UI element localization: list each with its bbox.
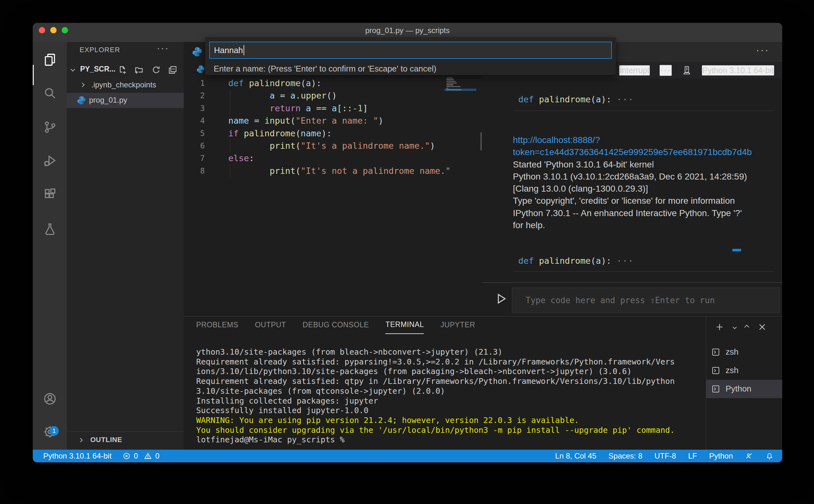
quick-input-value: Hannah <box>214 45 243 55</box>
editor-line[interactable]: 3 return a == a[::-1] <box>184 102 482 115</box>
editor-group-more-actions-icon[interactable]: ··· <box>756 44 770 55</box>
panel-tab-problems[interactable]: PROBLEMS <box>196 320 238 334</box>
terminal-output[interactable]: ython3.10/site-packages (from bleach->nb… <box>196 347 705 445</box>
explorer-sidebar: EXPLORER ··· PY_SCR... <box>67 42 184 450</box>
code-cell[interactable]: def palindrome(a): ··· <box>518 94 634 104</box>
panel-tab-jupyter[interactable]: JUPYTER <box>441 320 475 334</box>
terminal-dropdown-icon[interactable] <box>733 326 736 329</box>
encoding-setting[interactable]: UTF-8 <box>654 452 676 460</box>
terminal-instance-python[interactable]: Python <box>706 380 782 398</box>
maximize-panel-icon[interactable] <box>745 325 749 329</box>
collapse-all-icon[interactable] <box>168 64 179 76</box>
tree-item-label: prog_01.py <box>89 96 127 105</box>
settings-badge: 1 <box>49 426 59 436</box>
extensions-icon[interactable] <box>33 181 67 209</box>
code-editor[interactable]: 1def palindrome(a):2 a = a.upper()3 retu… <box>184 76 482 316</box>
language-mode[interactable]: Python <box>709 452 733 460</box>
terminal-line: lotfinejad@Ms-iMac py_scripts % <box>196 435 705 445</box>
line-number: 2 <box>184 89 213 102</box>
line-number: 8 <box>184 165 213 177</box>
editor-line[interactable]: 5if palindrome(name): <box>184 127 482 140</box>
outline-section[interactable]: OUTLINE <box>67 431 184 450</box>
minimap-line <box>447 78 453 78</box>
minimap-line <box>447 79 454 80</box>
editor-line[interactable]: 8 print("It's not a palindrome name." <box>184 165 482 177</box>
editor-line[interactable]: 2 a = a.upper() <box>184 89 482 102</box>
explorer-section-header[interactable]: PY_SCR... <box>67 62 184 78</box>
minimap-line <box>447 81 456 82</box>
files-icon <box>43 52 57 67</box>
minimap-line <box>447 83 457 84</box>
code-cell[interactable]: def palindrome(a): ··· <box>518 256 634 266</box>
tree-item-ipynb-checkpoints[interactable]: .ipynb_checkpoints <box>67 78 184 93</box>
python-icon <box>192 46 202 57</box>
source-control-icon[interactable] <box>33 113 67 141</box>
kernel-message: Started 'Python 3.10.1 64-bit' kernel <box>513 159 752 171</box>
toolbar-more-actions-icon[interactable]: ··· <box>660 65 672 76</box>
editor-line[interactable]: 4name = input("Enter a name: ") <box>184 114 482 127</box>
editor-line[interactable]: 6 print("It's a palindrome name.") <box>184 140 482 152</box>
panel-tab-output[interactable]: OUTPUT <box>255 320 286 334</box>
folder-name: PY_SCR... <box>80 65 115 73</box>
new-terminal-icon[interactable] <box>715 322 724 332</box>
quick-input-field[interactable]: Hannah <box>209 42 612 59</box>
activity-bar: 1 <box>33 42 67 450</box>
indentation-setting[interactable]: Spaces: 8 <box>609 452 643 460</box>
kernel-picker-button[interactable]: Python 3.10.1 64-bit <box>702 65 774 76</box>
terminal-instance-zsh[interactable]: zsh <box>706 361 782 380</box>
python-icon <box>77 96 86 105</box>
terminal-instance-list: zshzshPython <box>706 343 782 398</box>
run-debug-icon[interactable] <box>33 147 67 175</box>
indent-guide <box>230 89 230 115</box>
panel-tabs: PROBLEMSOUTPUTDEBUG CONSOLETERMINALJUPYT… <box>196 320 475 334</box>
close-panel-icon[interactable] <box>757 322 767 332</box>
feedback-icon[interactable] <box>745 452 753 460</box>
kernel-url-link[interactable]: http://localhost:8888/? <box>513 134 752 146</box>
minimap[interactable] <box>445 76 476 316</box>
editor-line[interactable]: 7else: <box>184 152 482 165</box>
kernel-message: IPython 7.30.1 -- An enhanced Interactiv… <box>513 207 752 219</box>
scrollbar-thumb[interactable] <box>732 249 741 251</box>
terminal-instance-label: zsh <box>726 365 738 375</box>
explorer-title: EXPLORER <box>79 46 120 54</box>
warning-icon <box>144 452 152 460</box>
account-icon[interactable] <box>33 385 67 413</box>
settings-gear-icon[interactable]: 1 <box>33 418 67 446</box>
interrupt-kernel-button[interactable]: Interrupt <box>619 65 650 76</box>
cell-divider <box>513 111 775 111</box>
window-title: prog_01.py — py_scripts <box>33 23 782 38</box>
input-placeholder: Type code here and press ⇧Enter to run <box>526 296 715 305</box>
kernel-url-link[interactable]: token=c1e44d37363641425e999259e57ee68197… <box>513 146 752 158</box>
line-number: 4 <box>184 114 213 127</box>
line-number: 3 <box>184 102 213 115</box>
tree-item-prog-01[interactable]: prog_01.py <box>67 93 184 108</box>
vscode-window: prog_01.py — py_scripts <box>33 23 782 462</box>
terminal-line: You should consider upgrading via the '/… <box>196 426 705 435</box>
interactive-window: def palindrome(a): ··· http://localhost:… <box>482 78 782 282</box>
editor-line[interactable]: 1def palindrome(a): <box>184 77 482 90</box>
explorer-more-actions-icon[interactable]: ··· <box>157 43 169 53</box>
eol-setting[interactable]: LF <box>688 452 697 460</box>
indent-guide <box>230 140 230 152</box>
terminal-instance-zsh[interactable]: zsh <box>706 343 782 361</box>
editor-scrollbar-thumb[interactable] <box>481 132 482 151</box>
run-cell-icon[interactable] <box>493 291 508 306</box>
panel-tab-debug-console[interactable]: DEBUG CONSOLE <box>303 320 369 334</box>
interpreter-selector[interactable]: Python 3.10.1 64-bit <box>43 452 112 460</box>
search-icon[interactable] <box>33 79 67 107</box>
explorer-icon[interactable] <box>33 46 67 74</box>
new-file-icon[interactable] <box>118 64 129 76</box>
panel-tab-terminal[interactable]: TERMINAL <box>385 320 424 334</box>
line-number: 1 <box>184 77 213 90</box>
notifications-bell-icon[interactable] <box>765 452 774 460</box>
tree-item-label: .ipynb_checkpoints <box>91 80 156 89</box>
testing-icon[interactable] <box>33 215 67 243</box>
cursor-position[interactable]: Ln 8, Col 45 <box>555 452 596 460</box>
problems-status[interactable]: 0 0 <box>122 452 160 460</box>
new-folder-icon[interactable] <box>134 64 146 76</box>
refresh-icon[interactable] <box>151 64 163 76</box>
terminal-line: Successfully installed jupyter-1.0.0 <box>196 406 705 416</box>
desktop: prog_01.py — py_scripts <box>0 0 814 504</box>
text-cursor <box>243 45 244 55</box>
interactive-code-input[interactable]: Type code here and press ⇧Enter to run <box>512 288 780 313</box>
